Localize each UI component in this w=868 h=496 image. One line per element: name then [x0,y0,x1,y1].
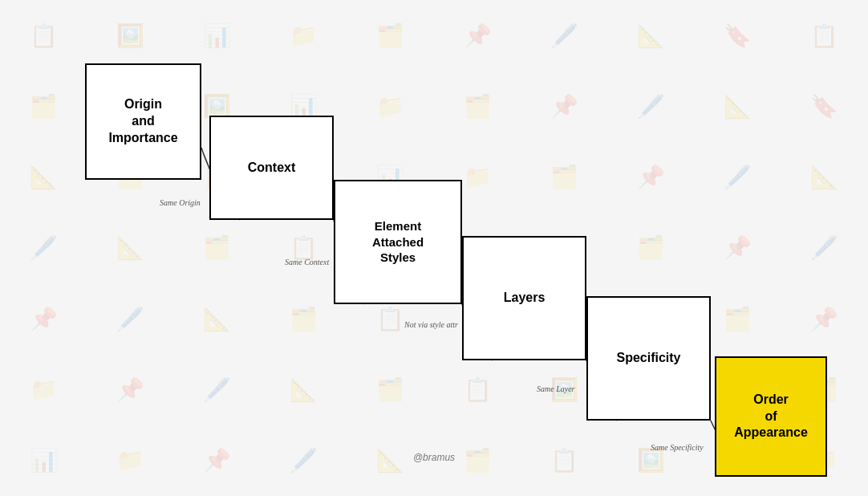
box-context: Context [209,116,334,220]
box-specificity: Specificity [586,296,711,421]
main-canvas: 📋 🖼️ 📊 📁 🗂️ 📌 🖊️ 📐 🔖 📋 🗂️ 📋 🖼️ 📊 📁 🗂️ 📌 … [0,0,868,496]
label-same-context: Same Context [285,258,329,266]
box-layers-label: Layers [504,290,546,307]
footer-label: @bramus [413,452,455,463]
diagram-wrapper: OriginandImportance Same Origin Context … [0,0,868,496]
box-specificity-label: Specificity [616,350,680,367]
label-same-layer: Same Layer [537,384,575,393]
box-element-label: ElementAttachedStyles [372,218,424,266]
box-layers: Layers [462,236,586,360]
box-order-label: OrderofAppearance [734,392,808,441]
box-origin-label: OriginandImportance [108,96,177,146]
label-not-via-style: Not via style attr [404,320,458,329]
box-element-attached: ElementAttachedStyles [334,180,462,304]
box-context-label: Context [248,160,296,177]
label-same-origin: Same Origin [160,198,201,207]
label-same-specificity: Same Specificity [651,443,704,452]
diagram: OriginandImportance Same Origin Context … [41,23,827,473]
box-origin-importance: OriginandImportance [85,63,201,180]
box-order-appearance: OrderofAppearance [715,356,827,477]
